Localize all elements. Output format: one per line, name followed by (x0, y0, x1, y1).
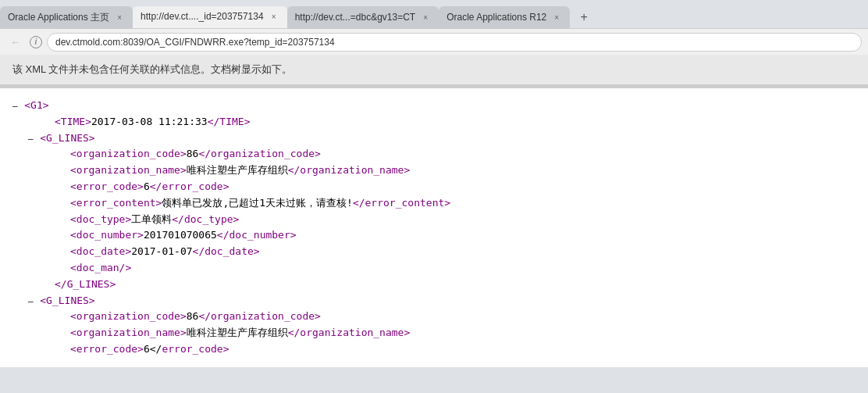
tab-close-tab4[interactable]: × (551, 12, 562, 23)
xml-tag: <TIME> (55, 114, 91, 130)
xml-tag: <doc_number> (70, 227, 144, 244)
tab-label-tab4: Oracle Applications R12 (446, 12, 546, 23)
xml-line: <organization_code>86</organization_code… (12, 309, 856, 325)
xml-tag: <organization_name> (70, 163, 187, 179)
address-bar-row: ← i (0, 28, 868, 55)
xml-tag: <doc_date> (70, 244, 131, 260)
xml-tag: </organization_name> (288, 325, 411, 341)
tab-tab1[interactable]: Oracle Applications 主页× (0, 6, 133, 28)
security-icon: i (30, 36, 42, 48)
xml-tag: <organization_name> (70, 325, 187, 341)
tab-close-tab3[interactable]: × (420, 12, 431, 23)
xml-text: 2017-01-07 (131, 244, 192, 260)
xml-text: 领料单已发放,已超过1天未过账，请查核! (162, 195, 352, 212)
xml-tag: </organization_name> (288, 163, 411, 179)
xml-text: 6 (144, 179, 150, 195)
tab-label-tab1: Oracle Applications 主页 (8, 11, 109, 24)
xml-text: 唯科注塑生产库存组织 (187, 163, 288, 179)
xml-line: </G_LINES> (12, 277, 856, 293)
back-button[interactable]: ← (6, 33, 25, 52)
xml-text: 工单领料 (131, 212, 172, 228)
xml-tag: <doc_man/> (70, 260, 131, 277)
xml-text: 6</ (144, 341, 162, 358)
xml-tag: </error_code> (150, 179, 229, 195)
xml-tag: <G_LINES> (40, 130, 94, 147)
xml-tag: <error_content> (70, 195, 162, 212)
xml-tag: </error_content> (353, 195, 450, 212)
xml-text: 2017-03-08 11:21:33 (91, 114, 208, 130)
tab-label-tab2: http://dev.ct...._id=203757134 (141, 11, 264, 22)
xml-tag: </doc_date> (193, 244, 260, 260)
xml-notice: 该 XML 文件并未包含任何关联的样式信息。文档树显示如下。 (0, 55, 868, 85)
xml-line: – <G_LINES> (12, 130, 856, 147)
xml-text: 86 (187, 146, 199, 163)
tab-tab3[interactable]: http://dev.ct...=dbc&gv13=CT× (287, 6, 439, 28)
xml-tag: </doc_number> (217, 227, 297, 244)
xml-tag: <G_LINES> (40, 293, 94, 309)
browser-window: Oracle Applications 主页×http://dev.ct....… (0, 0, 868, 393)
xml-tag: <organization_code> (70, 146, 187, 163)
xml-text: 201701070065 (144, 227, 217, 244)
xml-tag: <G1> (24, 98, 48, 114)
new-tab-button[interactable]: + (573, 6, 595, 28)
xml-tag: </TIME> (208, 114, 251, 130)
xml-tag: </G_LINES> (55, 277, 116, 293)
xml-line: <organization_name>唯科注塑生产库存组织</organizat… (12, 325, 856, 341)
xml-tag: </organization_code> (198, 309, 321, 325)
xml-line: – <G_LINES> (12, 293, 856, 309)
xml-tag: </doc_type> (172, 212, 239, 228)
xml-tag: <organization_code> (70, 309, 187, 325)
xml-line: <doc_date>2017-01-07</doc_date> (12, 244, 856, 260)
xml-line: <organization_code>86</organization_code… (12, 146, 856, 163)
xml-text: 唯科注塑生产库存组织 (187, 325, 288, 341)
xml-tag: </organization_code> (198, 146, 321, 163)
tab-bar: Oracle Applications 主页×http://dev.ct....… (0, 0, 868, 28)
tab-close-tab1[interactable]: × (114, 12, 125, 23)
xml-line: <error_code>6</error_code> (12, 341, 856, 358)
collapse-button[interactable]: – (28, 295, 38, 309)
xml-line: <error_code>6</error_code> (12, 179, 856, 195)
xml-line: <doc_type>工单领料</doc_type> (12, 212, 856, 228)
xml-line: – <G1> (12, 98, 856, 114)
xml-tag: error_code> (162, 341, 229, 358)
collapse-button[interactable]: – (12, 99, 23, 113)
collapse-button[interactable]: – (28, 132, 38, 146)
xml-tag: <doc_type> (70, 212, 131, 228)
url-input[interactable] (47, 33, 862, 52)
xml-text: 86 (187, 309, 199, 325)
xml-line: <organization_name>唯科注塑生产库存组织</organizat… (12, 163, 856, 179)
xml-line: <TIME>2017-03-08 11:21:33</TIME> (12, 114, 856, 130)
xml-tag: <error_code> (70, 179, 144, 195)
tab-tab2[interactable]: http://dev.ct...._id=203757134× (133, 6, 287, 28)
tab-close-tab2[interactable]: × (269, 11, 279, 22)
tab-label-tab3: http://dev.ct...=dbc&gv13=CT (295, 12, 416, 23)
xml-tag: <error_code> (70, 341, 144, 358)
xml-line: <doc_number>201701070065</doc_number> (12, 227, 856, 244)
xml-line: <doc_man/> (12, 260, 856, 277)
xml-notice-text: 该 XML 文件并未包含任何关联的样式信息。文档树显示如下。 (12, 63, 292, 75)
xml-line: <error_content>领料单已发放,已超过1天未过账，请查核!</err… (12, 195, 856, 212)
tab-tab4[interactable]: Oracle Applications R12× (439, 6, 570, 28)
xml-content: – <G1><TIME>2017-03-08 11:21:33</TIME>– … (0, 85, 868, 367)
